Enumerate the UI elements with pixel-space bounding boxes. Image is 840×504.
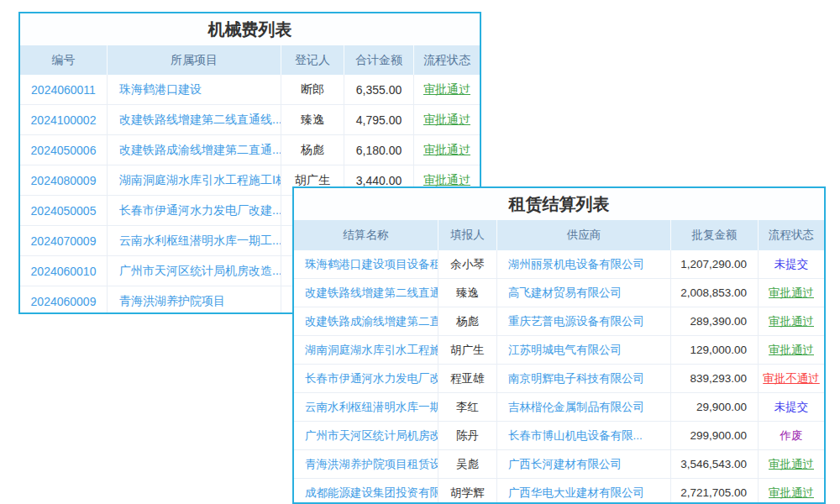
cell-amount: 299,900.00 bbox=[671, 422, 759, 449]
cell-name: 改建铁路成渝线增建第二直通线（... bbox=[294, 307, 438, 335]
cell-project: 湖南洞庭湖水库引水工程施工I标 bbox=[108, 165, 281, 195]
cell-project: 改建铁路成渝线增建第二直通... bbox=[108, 135, 281, 165]
cell-project: 云南水利枢纽潜明水库一期工... bbox=[108, 226, 281, 255]
table-row: 改建铁路成渝线增建第二直通线（...杨彪重庆艺普电源设备有限公司289,390.… bbox=[294, 307, 824, 336]
cell-project: 改建铁路线增建第二线直通线... bbox=[108, 105, 281, 134]
cell-project: 珠海鹤港口建设 bbox=[108, 75, 281, 104]
status-link[interactable]: 审批通过 bbox=[769, 314, 814, 329]
table-row: 湖南洞庭湖水库引水工程施工I标设...胡广生江苏明城电气有限公司129,000.… bbox=[294, 336, 824, 365]
cell-id: 2024060009 bbox=[20, 286, 108, 314]
lease-settlement-panel: 租赁结算列表 结算名称 填报人 供应商 批复金额 流程状态 珠海鹤港口建设项目设… bbox=[292, 186, 826, 504]
cell-supplier: 广西长河建材有限公司 bbox=[497, 450, 671, 478]
cell-id: 2024060011 bbox=[20, 75, 108, 104]
cell-amount: 6,355.00 bbox=[344, 75, 414, 104]
status-link[interactable]: 未提交 bbox=[774, 400, 809, 415]
cell-supplier: 重庆艺普电源设备有限公司 bbox=[497, 307, 671, 335]
status-link[interactable]: 审批通过 bbox=[423, 82, 470, 97]
cell-filler: 杨彪 bbox=[438, 307, 497, 335]
machinery-panel-title: 机械费列表 bbox=[20, 13, 480, 45]
status-link[interactable]: 作废 bbox=[780, 428, 803, 444]
cell-name: 长春市伊通河水力发电厂改建工程... bbox=[294, 365, 438, 392]
machinery-table-header: 编号 所属项目 登记人 合计金额 流程状态 bbox=[20, 45, 480, 75]
cell-status: 审批通过 bbox=[759, 307, 824, 335]
cell-project: 广州市天河区统计局机房改造... bbox=[108, 256, 281, 286]
cell-name: 广州市天河区统计局机房改造项目 bbox=[294, 422, 438, 449]
status-link[interactable]: 审批通过 bbox=[769, 343, 814, 358]
cell-amount: 29,900.00 bbox=[671, 393, 759, 421]
cell-status: 审批通过 bbox=[414, 105, 480, 134]
cell-filler: 胡广生 bbox=[438, 336, 497, 364]
column-header-registrant: 登记人 bbox=[281, 45, 344, 75]
column-header-total-amount: 合计金额 bbox=[344, 45, 414, 75]
cell-id: 2024080009 bbox=[20, 165, 108, 195]
status-link[interactable]: 审批通过 bbox=[769, 486, 814, 501]
table-row: 云南水利枢纽潜明水库一期工程施...李红吉林楷伦金属制品有限公司29,900.0… bbox=[294, 393, 824, 422]
cell-filler: 李红 bbox=[438, 393, 497, 421]
column-header-settlement-name: 结算名称 bbox=[294, 220, 438, 250]
cell-filler: 程亚雄 bbox=[438, 365, 497, 392]
cell-id: 2024070009 bbox=[20, 226, 108, 255]
cell-supplier: 高飞建材贸易有限公司 bbox=[497, 279, 671, 307]
cell-supplier: 江苏明城电气有限公司 bbox=[497, 336, 671, 364]
cell-filler: 胡学辉 bbox=[438, 479, 497, 504]
cell-supplier: 南京明辉电子科技有限公司 bbox=[497, 365, 671, 392]
column-header-id: 编号 bbox=[20, 45, 108, 75]
status-link[interactable]: 审批通过 bbox=[423, 113, 470, 128]
cell-supplier: 长春市博山机电设备有限... bbox=[497, 422, 671, 449]
cell-id: 2024050005 bbox=[20, 196, 108, 225]
column-header-project: 所属项目 bbox=[108, 45, 281, 75]
table-row: 2024060011珠海鹤港口建设断郎6,355.00审批通过 bbox=[20, 75, 480, 105]
status-link[interactable]: 未提交 bbox=[774, 257, 809, 272]
cell-id: 2024100002 bbox=[20, 105, 108, 134]
cell-amount: 2,008,853.00 bbox=[671, 279, 759, 307]
cell-status: 审批通过 bbox=[759, 336, 824, 364]
table-row: 珠海鹤港口建设项目设备租赁结算余小琴湖州丽景机电设备有限公司1,207,290.… bbox=[294, 250, 824, 279]
cell-registrant: 杨彪 bbox=[281, 135, 344, 165]
column-header-filler: 填报人 bbox=[438, 220, 497, 250]
cell-supplier: 湖州丽景机电设备有限公司 bbox=[497, 250, 671, 278]
cell-supplier: 吉林楷伦金属制品有限公司 bbox=[497, 393, 671, 421]
cell-filler: 吴彪 bbox=[438, 450, 497, 478]
status-link[interactable]: 审批通过 bbox=[769, 457, 814, 472]
column-header-supplier: 供应商 bbox=[497, 220, 671, 250]
cell-filler: 余小琴 bbox=[438, 250, 497, 278]
status-link[interactable]: 审批通过 bbox=[769, 286, 814, 301]
column-header-process-status: 流程状态 bbox=[414, 45, 480, 75]
cell-name: 成都能源建设集团投资有限公司临... bbox=[294, 479, 438, 504]
cell-name: 湖南洞庭湖水库引水工程施工I标设... bbox=[294, 336, 438, 364]
cell-status: 审批通过 bbox=[414, 135, 480, 165]
cell-project: 长春市伊通河水力发电厂改建... bbox=[108, 196, 281, 225]
cell-name: 青海洪湖养护院项目租赁设备结算 bbox=[294, 450, 438, 478]
cell-name: 改建铁路线增建第二线直通线（成... bbox=[294, 279, 438, 307]
table-row: 青海洪湖养护院项目租赁设备结算吴彪广西长河建材有限公司3,546,543.00审… bbox=[294, 450, 824, 479]
cell-project: 青海洪湖养护院项目 bbox=[108, 286, 281, 314]
cell-status: 审批通过 bbox=[759, 479, 824, 504]
cell-supplier: 广西华电大业建材有限公司 bbox=[497, 479, 671, 504]
cell-status: 审批通过 bbox=[414, 75, 480, 104]
cell-id: 2024050006 bbox=[20, 135, 108, 165]
cell-amount: 6,180.00 bbox=[344, 135, 414, 165]
cell-amount: 129,000.00 bbox=[671, 336, 759, 364]
cell-status: 作废 bbox=[759, 422, 824, 449]
cell-id: 2024060010 bbox=[20, 256, 108, 286]
table-row: 改建铁路线增建第二线直通线（成...臻逸高飞建材贸易有限公司2,008,853.… bbox=[294, 279, 824, 307]
status-link[interactable]: 审批不通过 bbox=[763, 371, 820, 386]
status-link[interactable]: 审批通过 bbox=[423, 143, 470, 158]
cell-status: 审批通过 bbox=[759, 450, 824, 478]
status-link[interactable]: 审批通过 bbox=[423, 173, 470, 188]
cell-amount: 289,390.00 bbox=[671, 307, 759, 335]
cell-amount: 839,293.00 bbox=[671, 365, 759, 392]
settlement-table-header: 结算名称 填报人 供应商 批复金额 流程状态 bbox=[294, 220, 824, 250]
column-header-approved-amount: 批复金额 bbox=[671, 220, 759, 250]
table-row: 长春市伊通河水力发电厂改建工程...程亚雄南京明辉电子科技有限公司839,293… bbox=[294, 365, 824, 393]
cell-status: 审批通过 bbox=[759, 279, 824, 307]
cell-name: 云南水利枢纽潜明水库一期工程施... bbox=[294, 393, 438, 421]
cell-name: 珠海鹤港口建设项目设备租赁结算 bbox=[294, 250, 438, 278]
table-row: 2024100002改建铁路线增建第二线直通线...臻逸4,795.00审批通过 bbox=[20, 105, 480, 135]
table-row: 2024050006改建铁路成渝线增建第二直通...杨彪6,180.00审批通过 bbox=[20, 135, 480, 165]
cell-amount: 1,207,290.00 bbox=[671, 250, 759, 278]
cell-amount: 4,795.00 bbox=[344, 105, 414, 134]
table-row: 广州市天河区统计局机房改造项目陈丹长春市博山机电设备有限...299,900.0… bbox=[294, 422, 824, 450]
cell-status: 未提交 bbox=[759, 393, 824, 421]
column-header-process-status: 流程状态 bbox=[759, 220, 824, 250]
